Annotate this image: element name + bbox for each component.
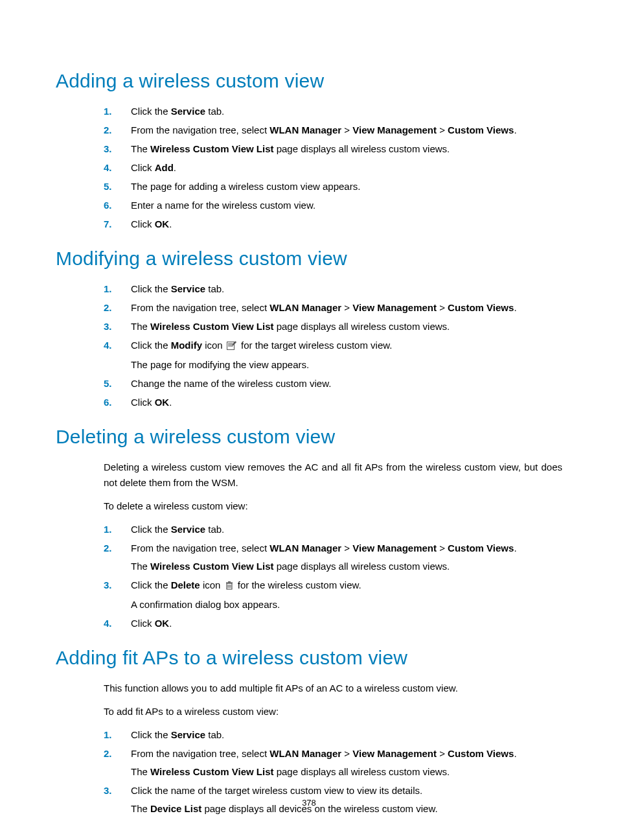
step-subtext: The Wireless Custom View List page displ… <box>131 559 562 574</box>
step-item: 2.From the navigation tree, select WLAN … <box>104 746 562 780</box>
step-text: Click the Service tab. <box>131 104 562 119</box>
step-text: Click OK. <box>131 395 562 410</box>
section-heading: Modifying a wireless custom view <box>56 248 562 270</box>
paragraph: Deleting a wireless custom view removes … <box>104 460 562 491</box>
modify-icon <box>227 339 237 355</box>
step-item: 1.Click the Service tab. <box>104 727 562 743</box>
step-text: The Wireless Custom View List page displ… <box>131 319 562 334</box>
step-item: 3.The Wireless Custom View List page dis… <box>104 141 562 157</box>
step-item: 7.Click OK. <box>104 216 562 232</box>
step-text: From the navigation tree, select WLAN Ma… <box>131 122 562 138</box>
step-item: 4.Click Add. <box>104 160 562 176</box>
step-item: 1.Click the Service tab. <box>104 104 562 119</box>
step-item: 5.The page for adding a wireless custom … <box>104 179 562 194</box>
step-number: 7. <box>104 216 131 232</box>
delete-icon <box>225 579 234 594</box>
step-number: 4. <box>104 616 131 631</box>
step-item: 3.The Wireless Custom View List page dis… <box>104 319 562 334</box>
step-text: From the navigation tree, select WLAN Ma… <box>131 300 562 316</box>
step-number: 2. <box>104 541 131 574</box>
section-heading: Adding a wireless custom view <box>56 70 562 92</box>
step-item: 4.Click the Modify icon for the target w… <box>104 338 562 373</box>
step-number: 1. <box>104 522 131 537</box>
step-item: 1.Click the Service tab. <box>104 281 562 297</box>
step-item: 4.Click OK. <box>104 616 562 631</box>
section-body: 1.Click the Service tab.2.From the navig… <box>104 104 562 232</box>
paragraph: To add fit APs to a wireless custom view… <box>104 704 562 719</box>
section-body: Deleting a wireless custom view removes … <box>104 460 562 631</box>
step-text: Click the Delete icon for the wireless c… <box>131 578 562 612</box>
step-number: 3. <box>104 578 131 612</box>
step-text: Change the name of the wireless custom v… <box>131 376 562 391</box>
step-number: 2. <box>104 122 131 138</box>
step-number: 1. <box>104 281 131 297</box>
svg-rect-10 <box>228 581 231 583</box>
step-list: 1.Click the Service tab.2.From the navig… <box>104 104 562 232</box>
step-item: 1.Click the Service tab. <box>104 522 562 537</box>
step-item: 2.From the navigation tree, select WLAN … <box>104 122 562 138</box>
step-item: 6.Enter a name for the wireless custom v… <box>104 198 562 213</box>
step-number: 5. <box>104 179 131 194</box>
step-number: 2. <box>104 746 131 780</box>
step-text: Click the Service tab. <box>131 281 562 297</box>
step-number: 1. <box>104 727 131 743</box>
step-subtext: A confirmation dialog box appears. <box>131 597 562 612</box>
step-item: 6.Click OK. <box>104 395 562 410</box>
step-text: Click the Modify icon for the target wir… <box>131 338 562 373</box>
step-number: 3. <box>104 141 131 157</box>
step-subtext: The Wireless Custom View List page displ… <box>131 764 562 780</box>
step-text: Enter a name for the wireless custom vie… <box>131 198 562 213</box>
section-heading: Deleting a wireless custom view <box>56 426 562 448</box>
step-number: 4. <box>104 160 131 176</box>
step-item: 5.Change the name of the wireless custom… <box>104 376 562 391</box>
paragraph: To delete a wireless custom view: <box>104 498 562 514</box>
step-subtext: The page for modifying the view appears. <box>131 357 562 373</box>
step-text: The page for adding a wireless custom vi… <box>131 179 562 194</box>
step-text: Click OK. <box>131 616 562 631</box>
step-number: 4. <box>104 338 131 373</box>
step-item: 3.Click the Delete icon for the wireless… <box>104 578 562 612</box>
step-item: 2.From the navigation tree, select WLAN … <box>104 300 562 316</box>
section-body: 1.Click the Service tab.2.From the navig… <box>104 281 562 410</box>
step-number: 6. <box>104 198 131 213</box>
step-item: 2.From the navigation tree, select WLAN … <box>104 541 562 574</box>
section-body: This function allows you to add multiple… <box>104 681 562 817</box>
step-text: Click the Service tab. <box>131 522 562 537</box>
svg-rect-9 <box>226 583 233 584</box>
step-text: The Wireless Custom View List page displ… <box>131 141 562 157</box>
step-text: Click OK. <box>131 216 562 232</box>
step-number: 3. <box>104 319 131 334</box>
step-list: 1.Click the Service tab.2.From the navig… <box>104 281 562 410</box>
document-page: Adding a wireless custom view1.Click the… <box>0 0 618 840</box>
step-list: 1.Click the Service tab.2.From the navig… <box>104 522 562 631</box>
section-heading: Adding fit APs to a wireless custom view <box>56 647 562 669</box>
step-number: 1. <box>104 104 131 119</box>
paragraph: This function allows you to add multiple… <box>104 681 562 696</box>
step-text: From the navigation tree, select WLAN Ma… <box>131 746 562 780</box>
step-number: 2. <box>104 300 131 316</box>
step-number: 5. <box>104 376 131 391</box>
step-text: Click Add. <box>131 160 562 176</box>
step-number: 6. <box>104 395 131 410</box>
step-text: Click the Service tab. <box>131 727 562 743</box>
page-number: 378 <box>0 798 618 808</box>
step-text: From the navigation tree, select WLAN Ma… <box>131 541 562 574</box>
